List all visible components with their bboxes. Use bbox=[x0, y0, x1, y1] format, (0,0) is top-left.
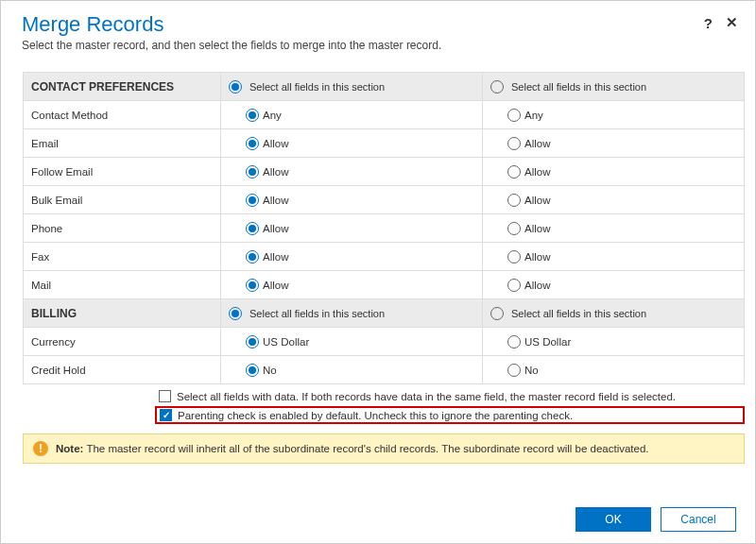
radio-icon bbox=[229, 307, 242, 320]
field-label: Mail bbox=[24, 271, 221, 299]
select-all-label: Select all fields in this section bbox=[511, 308, 646, 319]
field-value: No bbox=[524, 365, 539, 376]
field-value: Allow bbox=[263, 138, 288, 149]
radio-icon bbox=[246, 279, 259, 292]
field-value: Any bbox=[263, 110, 282, 121]
field-value: Allow bbox=[263, 166, 288, 178]
radio-sub[interactable]: Allow bbox=[490, 279, 736, 292]
field-value: Any bbox=[524, 110, 543, 121]
table-row: Contact MethodAnyAny bbox=[24, 101, 745, 129]
note-bar: ! Note: The master record will inherit a… bbox=[23, 434, 745, 464]
section-header-contact: CONTACT PREFERENCES Select all fields in… bbox=[24, 73, 745, 101]
field-label: Contact Method bbox=[24, 101, 221, 129]
table-row: Follow EmailAllowAllow bbox=[24, 158, 745, 186]
merge-table: CONTACT PREFERENCES Select all fields in… bbox=[23, 72, 745, 384]
field-label: Bulk Email bbox=[24, 186, 221, 214]
radio-sub[interactable]: Allow bbox=[490, 165, 736, 178]
field-label: Credit Hold bbox=[24, 356, 221, 384]
radio-icon bbox=[246, 194, 259, 207]
section-title: CONTACT PREFERENCES bbox=[24, 73, 221, 101]
note-text: Note: The master record will inherit all… bbox=[56, 443, 649, 454]
checkbox-label: Parenting check is enabled by default. U… bbox=[178, 410, 573, 421]
field-label: Phone bbox=[24, 214, 221, 243]
field-value: Allow bbox=[263, 195, 288, 206]
checkbox-label: Select all fields with data. If both rec… bbox=[177, 391, 676, 402]
radio-icon bbox=[246, 250, 259, 264]
field-value: Allow bbox=[524, 280, 550, 291]
radio-master[interactable]: Any bbox=[229, 109, 474, 122]
radio-icon bbox=[507, 364, 521, 377]
field-value: Allow bbox=[263, 251, 288, 263]
radio-sub[interactable]: No bbox=[490, 364, 736, 377]
header-controls: ? ✕ bbox=[704, 14, 738, 31]
merge-records-dialog: Merge Records Select the master record, … bbox=[0, 0, 756, 544]
field-value: Allow bbox=[263, 280, 288, 291]
parenting-check-row[interactable]: Parenting check is enabled by default. U… bbox=[155, 406, 745, 424]
select-all-label: Select all fields in this section bbox=[249, 81, 385, 93]
select-all-sub-contact[interactable]: Select all fields in this section bbox=[490, 80, 736, 94]
radio-sub[interactable]: Allow bbox=[490, 194, 736, 207]
table-row: MailAllowAllow bbox=[24, 271, 745, 299]
select-all-master-billing[interactable]: Select all fields in this section bbox=[229, 307, 474, 320]
select-all-label: Select all fields in this section bbox=[511, 81, 646, 93]
radio-icon bbox=[507, 335, 521, 348]
field-value: No bbox=[263, 365, 277, 376]
select-all-master-contact[interactable]: Select all fields in this section bbox=[229, 80, 474, 94]
radio-master[interactable]: Allow bbox=[229, 250, 474, 264]
radio-icon bbox=[246, 364, 259, 377]
radio-master[interactable]: Allow bbox=[229, 137, 474, 150]
dialog-title: Merge Records bbox=[22, 12, 734, 37]
dialog-subtitle: Select the master record, and then selec… bbox=[22, 39, 734, 52]
radio-master[interactable]: Allow bbox=[229, 279, 474, 292]
radio-icon bbox=[229, 80, 242, 94]
radio-sub[interactable]: US Dollar bbox=[490, 335, 736, 348]
radio-icon bbox=[490, 80, 504, 94]
checkbox-icon bbox=[159, 390, 171, 402]
field-label: Fax bbox=[24, 243, 221, 271]
radio-master[interactable]: Allow bbox=[229, 165, 474, 178]
radio-icon bbox=[507, 250, 521, 264]
dialog-header: Merge Records Select the master record, … bbox=[1, 1, 755, 60]
radio-master[interactable]: Allow bbox=[229, 194, 474, 207]
radio-icon bbox=[507, 109, 521, 122]
field-label: Currency bbox=[24, 328, 221, 356]
radio-icon bbox=[246, 109, 259, 122]
radio-icon bbox=[246, 222, 259, 235]
checkbox-icon bbox=[160, 409, 172, 421]
radio-sub[interactable]: Allow bbox=[490, 250, 736, 264]
table-row: PhoneAllowAllow bbox=[24, 214, 745, 243]
field-value: Allow bbox=[524, 166, 550, 178]
section-title: BILLING bbox=[24, 299, 221, 328]
radio-icon bbox=[507, 137, 521, 150]
select-all-data-checkbox-row[interactable]: Select all fields with data. If both rec… bbox=[155, 388, 745, 404]
radio-icon bbox=[246, 335, 259, 348]
radio-icon bbox=[490, 307, 504, 320]
field-value: Allow bbox=[524, 251, 550, 263]
ok-button[interactable]: OK bbox=[576, 507, 651, 532]
table-row: Bulk EmailAllowAllow bbox=[24, 186, 745, 214]
radio-icon bbox=[507, 222, 521, 235]
table-row: FaxAllowAllow bbox=[24, 243, 745, 271]
radio-master[interactable]: No bbox=[229, 364, 474, 377]
select-all-sub-billing[interactable]: Select all fields in this section bbox=[490, 307, 736, 320]
radio-icon bbox=[507, 279, 521, 292]
radio-master[interactable]: US Dollar bbox=[229, 335, 474, 348]
radio-sub[interactable]: Any bbox=[490, 109, 736, 122]
radio-icon bbox=[246, 165, 259, 178]
content-wrapper: CONTACT PREFERENCES Select all fields in… bbox=[22, 71, 746, 498]
field-label: Follow Email bbox=[24, 158, 221, 186]
radio-master[interactable]: Allow bbox=[229, 222, 474, 235]
table-row: Credit HoldNoNo bbox=[24, 356, 745, 384]
help-icon[interactable]: ? bbox=[704, 15, 713, 31]
field-label: Email bbox=[24, 129, 221, 158]
select-all-label: Select all fields in this section bbox=[249, 308, 385, 319]
close-icon[interactable]: ✕ bbox=[726, 14, 738, 31]
radio-sub[interactable]: Allow bbox=[490, 222, 736, 235]
table-row: EmailAllowAllow bbox=[24, 129, 745, 158]
scroll-area[interactable]: CONTACT PREFERENCES Select all fields in… bbox=[22, 71, 746, 498]
bottom-options: Select all fields with data. If both rec… bbox=[23, 384, 745, 428]
cancel-button[interactable]: Cancel bbox=[661, 507, 736, 532]
radio-sub[interactable]: Allow bbox=[490, 137, 736, 150]
dialog-footer: OK Cancel bbox=[1, 498, 755, 543]
field-value: US Dollar bbox=[524, 336, 571, 348]
